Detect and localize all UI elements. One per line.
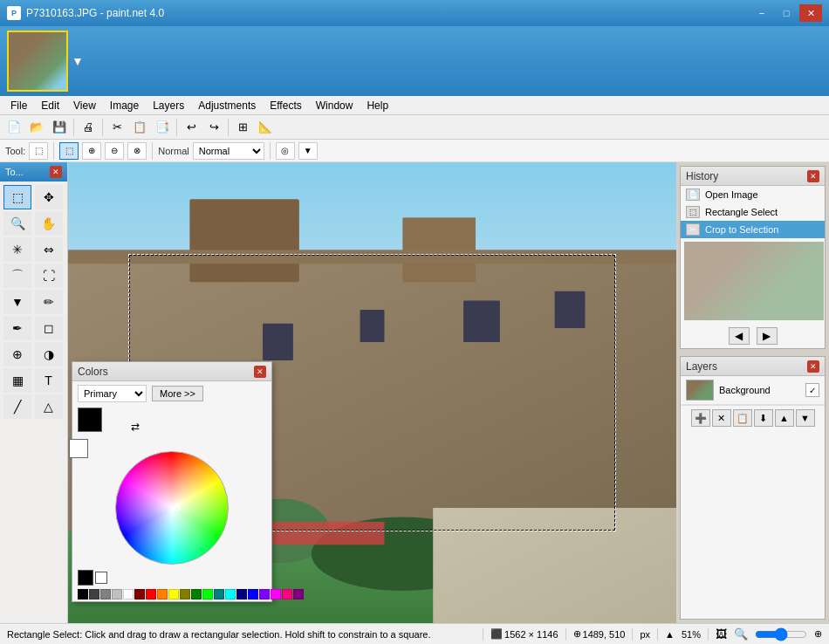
layer-visibility-toggle[interactable]: ✓ <box>805 383 819 397</box>
tool-pan[interactable]: ✋ <box>35 211 63 236</box>
sel-mode-replace[interactable]: ⬚ <box>59 142 79 160</box>
menu-layers[interactable]: Layers <box>146 98 191 113</box>
secondary-color-swatch[interactable] <box>69 439 88 458</box>
menu-window[interactable]: Window <box>309 98 360 113</box>
toolbar-copy[interactable]: 📋 <box>129 118 150 137</box>
tool-line[interactable]: ╱ <box>3 394 31 419</box>
sel-mode-sub[interactable]: ⊖ <box>105 142 124 160</box>
menu-image[interactable]: Image <box>103 98 146 113</box>
antialias-btn[interactable]: ▼ <box>298 142 318 160</box>
tool-blur[interactable]: ◑ <box>35 342 63 367</box>
palette-lime[interactable] <box>202 589 213 599</box>
tool-paintbucket[interactable]: ▼ <box>3 290 31 314</box>
tool-shapes[interactable]: △ <box>35 394 63 419</box>
palette-gray[interactable] <box>100 589 111 599</box>
close-button[interactable]: ✕ <box>799 4 822 22</box>
tool-clone[interactable]: ⊕ <box>3 342 31 367</box>
history-redo-button[interactable]: ▶ <box>757 327 778 345</box>
palette-navy[interactable] <box>236 589 247 599</box>
palette-olive[interactable] <box>180 589 190 599</box>
palette-white[interactable] <box>123 589 134 599</box>
palette-dark-gray[interactable] <box>89 589 99 599</box>
colors-close-button[interactable]: ✕ <box>254 366 266 378</box>
palette-purple[interactable] <box>259 589 270 599</box>
minimize-button[interactable]: − <box>750 4 773 22</box>
palette-orange[interactable] <box>157 589 168 599</box>
toolbar-save[interactable]: 💾 <box>49 118 70 137</box>
small-primary-swatch[interactable] <box>78 570 93 586</box>
history-item-crop[interactable]: ✂ Crop to Selection <box>681 221 825 238</box>
palette-teal[interactable] <box>214 589 224 599</box>
sel-mode-intersect[interactable]: ⊗ <box>127 142 147 160</box>
palette-dark-green[interactable] <box>191 589 202 599</box>
toolbox-close-button[interactable]: ✕ <box>50 166 62 178</box>
layer-move-up-button[interactable]: ▲ <box>775 409 794 427</box>
layer-add-button[interactable]: ➕ <box>691 409 710 427</box>
tool-zoom[interactable]: 🔍 <box>3 211 31 236</box>
palette-blue[interactable] <box>248 589 258 599</box>
tool-icon-btn[interactable]: ⬚ <box>29 142 48 160</box>
zoom-in-button[interactable]: ⊕ <box>814 628 822 640</box>
tool-move[interactable]: ✥ <box>35 185 63 209</box>
palette-silver[interactable] <box>112 589 122 599</box>
tool-pencil[interactable]: ✏ <box>35 290 63 314</box>
toolbar-undo[interactable]: ↩ <box>181 118 202 137</box>
selection-mode-select[interactable]: Normal Fixed Size Fixed Ratio <box>193 142 264 160</box>
tool-move-selection[interactable]: ⇔ <box>35 237 63 262</box>
layer-move-down-button[interactable]: ▼ <box>796 409 815 427</box>
tool-eraser[interactable]: ◻ <box>35 316 63 340</box>
color-wheel[interactable] <box>115 451 229 565</box>
toolbar-ruler[interactable]: 📐 <box>255 118 276 137</box>
menu-help[interactable]: Help <box>360 98 395 113</box>
maximize-button[interactable]: □ <box>775 4 798 22</box>
toolbar-cut[interactable]: ✂ <box>106 118 127 137</box>
layer-item-background[interactable]: Background ✓ <box>681 376 825 405</box>
history-item-rect-select[interactable]: ⬚ Rectangle Select <box>681 203 825 221</box>
history-close-button[interactable]: ✕ <box>807 170 819 182</box>
toolbar-grid[interactable]: ⊞ <box>232 118 253 137</box>
tool-rectangle-select[interactable]: ⬚ <box>3 185 31 209</box>
menu-file[interactable]: File <box>3 98 34 113</box>
palette-red[interactable] <box>146 589 156 599</box>
toolbar-print[interactable]: 🖨 <box>78 118 99 137</box>
toolbar-redo[interactable]: ↪ <box>203 118 224 137</box>
sel-mode-add[interactable]: ⊕ <box>82 142 101 160</box>
tool-text[interactable]: T <box>35 368 63 393</box>
tool-lasso[interactable]: ⌒ <box>3 264 31 288</box>
tool-paintbrush[interactable]: ✒ <box>3 316 31 340</box>
layer-merge-button[interactable]: ⬇ <box>754 409 773 427</box>
history-item-open[interactable]: 📄 Open Image <box>681 186 825 203</box>
tool-magic-wand[interactable]: ✳ <box>3 237 31 262</box>
swap-colors-button[interactable]: ⇄ <box>128 420 142 434</box>
fit-window-button[interactable]: 🖼 <box>716 627 727 641</box>
image-thumbnail[interactable] <box>7 31 68 92</box>
zoom-out-button[interactable]: 🔍 <box>734 627 748 641</box>
feather-btn[interactable]: ◎ <box>276 142 295 160</box>
history-undo-button[interactable]: ◀ <box>729 327 750 345</box>
palette-dark-red[interactable] <box>134 589 145 599</box>
palette-dark-purple[interactable] <box>293 589 304 599</box>
toolbar-open[interactable]: 📂 <box>26 118 47 137</box>
thumbnail-arrow[interactable]: ▼ <box>72 54 84 68</box>
palette-magenta[interactable] <box>271 589 281 599</box>
zoom-slider[interactable] <box>755 627 807 641</box>
palette-yellow[interactable] <box>168 589 179 599</box>
menu-effects[interactable]: Effects <box>263 98 308 113</box>
palette-cyan[interactable] <box>225 589 236 599</box>
tool-gradient[interactable]: ▦ <box>3 368 31 393</box>
toolbar-paste[interactable]: 📑 <box>152 118 173 137</box>
menu-view[interactable]: View <box>66 98 103 113</box>
layer-duplicate-button[interactable]: 📋 <box>733 409 752 427</box>
menu-adjustments[interactable]: Adjustments <box>191 98 263 113</box>
palette-black[interactable] <box>78 589 88 599</box>
layers-close-button[interactable]: ✕ <box>807 360 819 373</box>
palette-pink[interactable] <box>282 589 292 599</box>
primary-color-swatch[interactable] <box>78 408 102 432</box>
layer-delete-button[interactable]: ✕ <box>712 409 731 427</box>
small-secondary-swatch[interactable] <box>95 572 107 584</box>
color-mode-select[interactable]: Primary Secondary <box>78 385 147 402</box>
colors-more-button[interactable]: More >> <box>152 386 203 401</box>
tool-recolor[interactable]: ⛶ <box>35 264 63 288</box>
toolbar-new[interactable]: 📄 <box>3 118 24 137</box>
menu-edit[interactable]: Edit <box>34 98 66 113</box>
